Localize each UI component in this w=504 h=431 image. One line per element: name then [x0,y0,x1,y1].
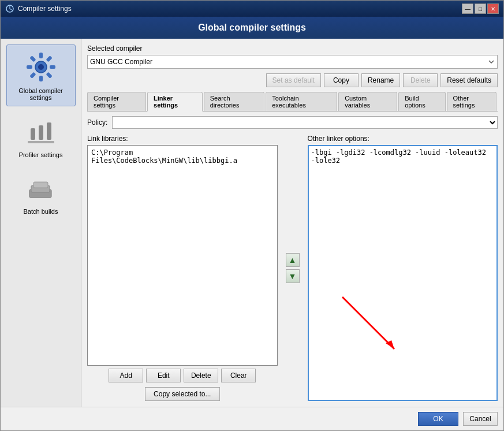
link-libraries-label: Link libraries: [87,135,278,143]
svg-rect-17 [33,182,48,188]
rename-button[interactable]: Rename [361,73,400,87]
policy-row: Policy: [87,116,498,129]
cancel-button[interactable]: Cancel [463,412,498,426]
ok-button[interactable]: OK [418,412,458,426]
lib-action-buttons: Add Edit Delete Clear [87,369,278,382]
tab-toolchain-executables[interactable]: Toolchain executables [266,92,337,111]
app-icon [5,4,14,13]
sidebar: Global compiler settings Profiler settin… [1,39,81,407]
tabs-container: Compiler settings Linker settings Search… [87,92,498,112]
batch-builds-icon [25,173,57,205]
compiler-select-container: GNU GCC Compiler [87,55,498,69]
svg-rect-10 [29,55,36,62]
global-compiler-icon [24,50,58,84]
dialog-header: Global compiler settings [1,17,503,39]
svg-rect-3 [39,53,43,58]
move-down-button[interactable]: ▼ [286,269,300,283]
svg-rect-8 [29,72,36,78]
profiler-icon [25,117,57,148]
sidebar-item-profiler[interactable]: Profiler settings [6,112,76,163]
compiler-select-label: Selected compiler [87,44,498,53]
set-as-default-button[interactable]: Set as default [266,73,321,87]
title-bar-left: Compiler settings [5,4,72,13]
svg-rect-11 [31,128,35,140]
tab-other-settings[interactable]: Other settings [447,92,497,111]
copy-button[interactable]: Copy [324,73,359,87]
compiler-select-row: Selected compiler GNU GCC Compiler [87,44,498,69]
reset-defaults-button[interactable]: Reset defaults [440,73,498,87]
svg-rect-13 [47,122,51,140]
other-linker-wrapper [308,145,498,401]
svg-point-2 [38,64,44,70]
svg-rect-14 [28,141,54,143]
svg-rect-12 [39,125,43,140]
close-button[interactable]: ✕ [487,3,499,14]
main-window: Compiler settings — □ ✕ Global compiler … [0,0,504,431]
title-bar: Compiler settings — □ ✕ [1,1,503,17]
link-libraries-listbox[interactable]: C:\Program Files\CodeBlocks\MinGW\lib\li… [87,145,278,366]
policy-label: Policy: [87,118,107,127]
link-options-area: Link libraries: C:\Program Files\CodeBlo… [87,135,498,401]
delete-button[interactable]: Delete [403,73,438,87]
clear-button[interactable]: Clear [221,369,256,382]
window-title: Compiler settings [18,5,72,13]
linker-inner [308,145,498,401]
svg-rect-6 [46,72,52,78]
other-linker-textarea[interactable] [308,145,498,401]
list-item[interactable]: C:\Program Files\CodeBlocks\MinGW\lib\li… [90,148,275,165]
arrow-buttons: ▲ ▼ [283,135,302,401]
svg-rect-4 [46,55,52,62]
other-linker-label: Other linker options: [308,135,498,143]
main-panel: Selected compiler GNU GCC Compiler Set a… [81,39,503,407]
sidebar-item-batch[interactable]: Batch builds [6,169,76,220]
sidebar-item-global-compiler[interactable]: Global compiler settings [6,44,76,106]
copy-selected-button[interactable]: Copy selected to... [145,387,220,401]
add-button[interactable]: Add [109,369,143,382]
maximize-button[interactable]: □ [475,3,486,14]
move-up-button[interactable]: ▲ [286,253,300,267]
tab-build-options[interactable]: Build options [398,92,445,111]
svg-rect-9 [27,65,32,69]
bottom-buttons: OK Cancel [1,407,503,430]
edit-button[interactable]: Edit [146,369,181,382]
minimize-button[interactable]: — [462,3,473,14]
tab-custom-variables[interactable]: Custom variables [338,92,397,111]
svg-rect-5 [50,65,55,69]
panel-body: Policy: Link libraries: C:\Program Files… [87,116,498,401]
other-linker-panel: Other linker options: [308,135,498,401]
tab-compiler-settings[interactable]: Compiler settings [87,92,146,111]
link-libraries-panel: Link libraries: C:\Program Files\CodeBlo… [87,135,278,401]
sidebar-label-profiler: Profiler settings [19,151,63,158]
compiler-select[interactable]: GNU GCC Compiler [87,55,498,69]
content-area: Global compiler settings Profiler settin… [1,39,503,407]
policy-select[interactable] [112,116,498,129]
title-bar-controls: — □ ✕ [462,3,499,14]
sidebar-label-batch: Batch builds [24,208,58,215]
delete-lib-button[interactable]: Delete [184,369,218,382]
svg-rect-7 [39,76,43,81]
sidebar-label-global: Global compiler settings [18,87,62,101]
tab-search-directories[interactable]: Search directories [204,92,264,111]
toolbar-buttons: Set as default Copy Rename Delete Reset … [87,73,498,87]
tab-linker-settings[interactable]: Linker settings [147,92,203,112]
